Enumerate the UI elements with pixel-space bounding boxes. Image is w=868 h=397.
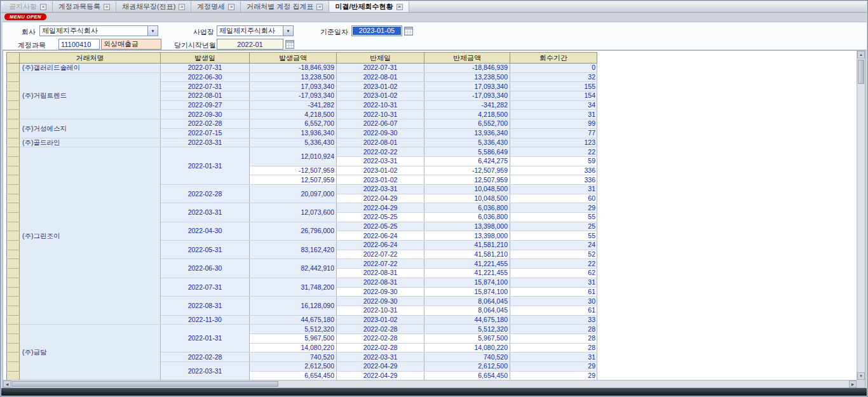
cell-settle-amount[interactable]: 5,336,430 (424, 138, 510, 147)
tab-close-icon[interactable]: × (397, 4, 403, 10)
cell-occur-date[interactable]: 2022-08-01 (161, 91, 250, 101)
row-selector[interactable] (7, 100, 20, 110)
cell-settle-date[interactable]: 2022-06-24 (337, 231, 424, 241)
cell-settle-date[interactable]: 2023-01-02 (337, 175, 424, 185)
cell-customer[interactable]: (주)그린조이 (20, 147, 161, 325)
cell-settle-date[interactable]: 2022-05-25 (337, 213, 424, 222)
cell-occur-amount[interactable]: 31,748,200 (250, 278, 337, 296)
row-selector[interactable] (7, 156, 20, 166)
cell-collect-period[interactable]: 22 (510, 147, 597, 157)
cell-occur-date[interactable]: 2022-01-31 (161, 147, 250, 185)
tab-close-icon[interactable]: × (179, 4, 185, 10)
cell-collect-period[interactable]: 32 (510, 72, 597, 82)
tab-5[interactable]: 미결/반제회수현황× (329, 1, 409, 12)
cell-settle-date[interactable]: 2022-03-31 (337, 184, 424, 194)
cell-occur-amount[interactable]: 5,512,320 (250, 325, 337, 334)
cell-settle-date[interactable]: 2022-10-31 (337, 100, 424, 110)
column-header-4[interactable]: 반제금액 (424, 53, 510, 64)
cell-occur-amount[interactable]: 12,507,959 (250, 175, 337, 185)
cell-occur-amount[interactable]: 4,218,500 (250, 110, 337, 119)
cell-collect-period[interactable]: 24 (510, 241, 597, 250)
cell-settle-amount[interactable]: 13,398,000 (424, 222, 510, 231)
vertical-scrollbar[interactable]: ▲ ▼ (857, 51, 865, 380)
cell-occur-date[interactable]: 2022-09-27 (161, 100, 250, 110)
cell-occur-date[interactable]: 2022-08-31 (161, 297, 250, 315)
cell-settle-amount[interactable]: 41,221,455 (424, 269, 510, 278)
cell-settle-date[interactable]: 2023-01-02 (337, 315, 424, 325)
company-select[interactable]: 제일제지주식회사 ▼ (39, 25, 158, 36)
cell-settle-date[interactable]: 2023-01-02 (337, 91, 424, 101)
cell-occur-date[interactable]: 2022-02-28 (161, 353, 250, 362)
cell-collect-period[interactable]: 25 (510, 222, 597, 231)
row-selector[interactable] (7, 353, 20, 362)
calendar-icon[interactable] (285, 40, 294, 49)
cell-occur-amount[interactable]: 6,552,700 (250, 119, 337, 129)
cell-occur-date[interactable]: 2022-03-31 (161, 362, 250, 380)
site-select[interactable]: 제일제지주식회사 ▼ (217, 25, 294, 36)
cell-collect-period[interactable]: 0 (510, 64, 597, 73)
horizontal-scroll-thumb[interactable] (11, 381, 278, 387)
tab-4[interactable]: 거래처별 계정 집계표× (241, 1, 329, 12)
cell-occur-amount[interactable]: -18,846,939 (250, 64, 337, 73)
cell-collect-period[interactable]: 29 (510, 203, 597, 213)
cell-settle-amount[interactable]: 6,552,700 (424, 119, 510, 129)
column-header-1[interactable]: 발생일 (161, 53, 250, 64)
cell-occur-amount[interactable]: 740,520 (250, 353, 337, 362)
cell-collect-period[interactable]: 60 (510, 194, 597, 203)
cell-collect-period[interactable]: 59 (510, 156, 597, 166)
cell-settle-amount[interactable]: 5,512,320 (424, 325, 510, 334)
cell-settle-amount[interactable]: 10,048,500 (424, 194, 510, 203)
cell-settle-date[interactable]: 2023-01-02 (337, 82, 424, 91)
cell-settle-date[interactable]: 2022-07-22 (337, 250, 424, 259)
cell-collect-period[interactable]: 154 (510, 91, 597, 101)
cell-collect-period[interactable]: 123 (510, 138, 597, 147)
scroll-right-icon[interactable]: ▶ (849, 380, 857, 387)
cell-customer[interactable]: (주)금담 (20, 325, 161, 380)
cell-settle-amount[interactable]: 8,064,045 (424, 306, 510, 315)
cell-settle-amount[interactable]: 41,221,455 (424, 259, 510, 269)
cell-occur-amount[interactable]: 13,936,340 (250, 128, 337, 138)
cell-settle-date[interactable]: 2022-02-28 (337, 325, 424, 334)
cell-occur-amount[interactable]: 20,097,000 (250, 184, 337, 203)
cell-settle-date[interactable]: 2022-06-24 (337, 241, 424, 250)
scroll-up-icon[interactable]: ▲ (857, 51, 865, 58)
cell-settle-amount[interactable]: 5,967,500 (424, 333, 510, 343)
row-selector[interactable] (7, 138, 20, 147)
cell-collect-period[interactable]: 31 (510, 184, 597, 194)
cell-occur-amount[interactable]: 12,073,600 (250, 203, 337, 222)
cell-occur-date[interactable]: 2022-11-30 (161, 315, 250, 325)
tab-close-icon[interactable]: × (316, 4, 323, 10)
cell-occur-date[interactable]: 2022-03-31 (161, 138, 250, 147)
cell-settle-amount[interactable]: 740,520 (424, 353, 510, 362)
tab-3[interactable]: 계정명세× (191, 1, 241, 12)
column-header-2[interactable]: 발생금액 (250, 53, 337, 64)
calendar-icon[interactable] (404, 27, 413, 36)
cell-customer[interactable]: (주)갤러리드솔레이 (20, 64, 161, 73)
cell-occur-date[interactable]: 2022-07-31 (161, 64, 250, 73)
cell-settle-date[interactable]: 2022-08-31 (337, 278, 424, 287)
cell-occur-amount[interactable]: 13,238,500 (250, 72, 337, 82)
cell-settle-amount[interactable]: 13,936,340 (424, 128, 510, 138)
row-selector[interactable] (7, 213, 20, 222)
cell-collect-period[interactable]: 28 (510, 343, 597, 353)
cell-settle-date[interactable]: 2022-09-30 (337, 128, 424, 138)
cell-occur-amount[interactable]: -17,093,340 (250, 91, 337, 101)
cell-customer[interactable]: (주)골드라인 (20, 138, 161, 147)
cell-collect-period[interactable]: 55 (510, 213, 597, 222)
chevron-down-icon[interactable]: ▼ (283, 26, 293, 36)
cell-collect-period[interactable]: 28 (510, 325, 597, 334)
cell-collect-period[interactable]: 31 (510, 278, 597, 287)
cell-settle-date[interactable]: 2023-01-02 (337, 166, 424, 175)
cell-occur-amount[interactable]: 12,010,924 (250, 147, 337, 166)
row-selector[interactable] (7, 250, 20, 259)
row-selector[interactable] (7, 222, 20, 231)
row-selector[interactable] (7, 194, 20, 203)
cell-occur-date[interactable]: 2022-02-28 (161, 119, 250, 129)
cell-occur-date[interactable]: 2022-04-30 (161, 222, 250, 240)
cell-collect-period[interactable]: 61 (510, 306, 597, 315)
cell-settle-date[interactable]: 2022-02-22 (337, 147, 424, 157)
cell-settle-amount[interactable]: 6,654,450 (424, 371, 510, 380)
tab-close-icon[interactable]: × (104, 4, 110, 10)
cell-occur-amount[interactable]: 14,080,220 (250, 343, 337, 353)
cell-collect-period[interactable]: 31 (510, 110, 597, 119)
